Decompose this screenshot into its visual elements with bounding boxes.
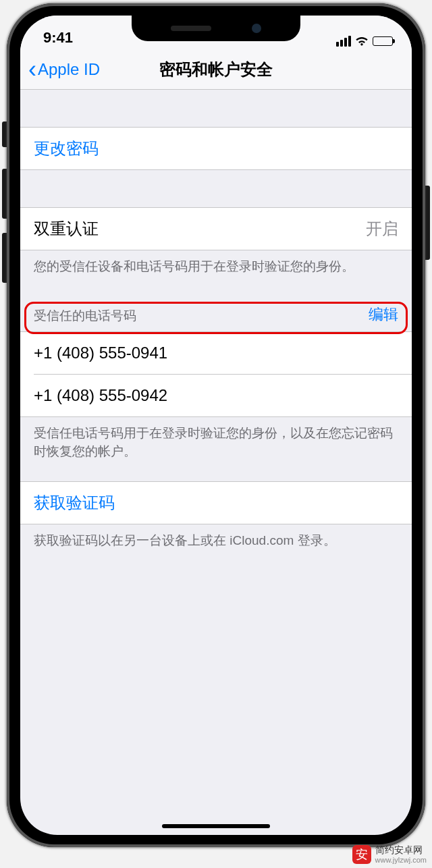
back-label: Apple ID — [38, 60, 100, 79]
watermark-url: www.jylzwj.com — [375, 856, 427, 864]
edit-button[interactable]: 编辑 — [369, 304, 398, 325]
trusted-numbers-header: 受信任的电话号码 编辑 — [20, 284, 412, 331]
chevron-left-icon: ‹ — [28, 57, 36, 82]
status-time: 9:41 — [43, 29, 73, 47]
two-factor-group: 双重认证 开启 — [20, 207, 412, 250]
watermark-icon: 安 — [352, 845, 371, 864]
battery-icon — [373, 36, 393, 46]
wifi-icon — [355, 36, 369, 47]
two-factor-footer: 您的受信任设备和电话号码用于在登录时验证您的身份。 — [20, 250, 412, 284]
trusted-number-value: +1 (408) 555-0941 — [34, 344, 167, 362]
watermark: 安 简约安卓网 www.jylzwj.com — [352, 845, 427, 864]
two-factor-value: 开启 — [366, 218, 398, 240]
front-camera — [252, 24, 261, 33]
trusted-numbers-title: 受信任的电话号码 — [34, 307, 136, 325]
get-code-label: 获取验证码 — [34, 492, 115, 514]
trusted-numbers-footer: 受信任电话号码用于在登录时验证您的身份，以及在您忘记密码时恢复您的帐户。 — [20, 417, 412, 469]
change-password-label: 更改密码 — [34, 138, 99, 159]
speaker-slot — [171, 26, 211, 31]
phone-frame: 9:41 ‹ Apple ID 密码和帐户安全 更改 — [7, 3, 425, 847]
get-code-footer: 获取验证码以在另一台设备上或在 iCloud.com 登录。 — [20, 524, 412, 558]
home-indicator[interactable] — [162, 824, 270, 828]
watermark-name: 简约安卓网 — [375, 845, 427, 855]
trusted-number-row[interactable]: +1 (408) 555-0941 — [20, 332, 412, 374]
change-password-button[interactable]: 更改密码 — [20, 128, 412, 169]
trusted-number-value: +1 (408) 555-0942 — [34, 386, 167, 405]
change-password-group: 更改密码 — [20, 127, 412, 170]
two-factor-label: 双重认证 — [34, 218, 99, 240]
notch — [132, 16, 300, 41]
get-code-group: 获取验证码 — [20, 481, 412, 524]
screen: 9:41 ‹ Apple ID 密码和帐户安全 更改 — [20, 16, 412, 835]
trusted-number-row[interactable]: +1 (408) 555-0942 — [20, 375, 412, 416]
two-factor-row[interactable]: 双重认证 开启 — [20, 208, 412, 250]
trusted-numbers-group: +1 (408) 555-0941 +1 (408) 555-0942 — [20, 331, 412, 417]
nav-bar: ‹ Apple ID 密码和帐户安全 — [20, 49, 412, 90]
content: 更改密码 双重认证 开启 您的受信任设备和电话号码用于在登录时验证您的身份。 受… — [20, 90, 412, 558]
back-button[interactable]: ‹ Apple ID — [20, 57, 100, 82]
page-title: 密码和帐户安全 — [159, 59, 273, 80]
get-verification-code-button[interactable]: 获取验证码 — [20, 482, 412, 524]
cellular-signal-icon — [336, 36, 351, 47]
